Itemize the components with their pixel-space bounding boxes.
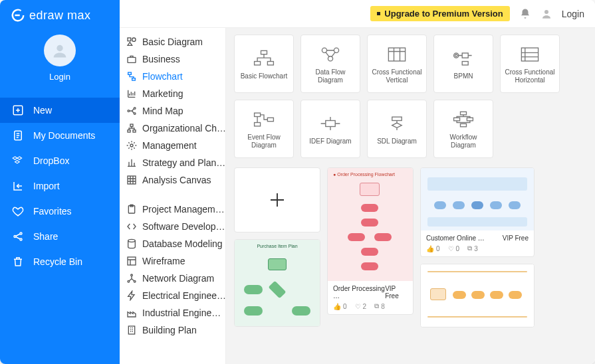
cat-label: Building Plan	[142, 325, 197, 335]
tile-cross-vertical[interactable]: Cross Functional Vertical	[367, 35, 427, 93]
template-customer-online[interactable]: Customer Online …VIP Free 👍0 ♡0 ⧉3	[420, 167, 535, 257]
cat-industrial[interactable]: Industrial Engine…	[120, 304, 225, 321]
cat-label: Industrial Engine…	[142, 308, 221, 318]
mindmap-icon	[126, 106, 137, 116]
upgrade-button[interactable]: Upgrade to Premium Version	[370, 6, 509, 21]
nav-dropbox[interactable]: DropBox	[0, 148, 120, 173]
nav-share[interactable]: Share	[0, 224, 120, 249]
grid-icon	[126, 175, 137, 185]
copies: ⧉8	[374, 302, 385, 310]
nav-recycle-bin[interactable]: Recycle Bin	[0, 249, 120, 274]
import-icon	[12, 180, 24, 192]
cat-flowchart[interactable]: Flowchart	[120, 68, 225, 85]
tile-data-flow[interactable]: Data Flow Diagram	[300, 35, 360, 93]
tile-idef[interactable]: IDEF Diagram	[300, 100, 360, 158]
right-pane: Upgrade to Premium Version Login Basic D…	[120, 0, 595, 364]
clipboard-icon	[126, 204, 137, 215]
cat-electrical[interactable]: Electrical Enginee…	[120, 287, 225, 304]
cat-building[interactable]: Building Plan	[120, 321, 225, 339]
nav-label: Share	[33, 231, 58, 242]
tile-sdl[interactable]: SDL Diagram	[367, 100, 427, 158]
svg-rect-34	[388, 48, 405, 61]
cat-network[interactable]: Network Diagram	[120, 270, 225, 287]
cat-wireframe[interactable]: Wireframe	[120, 252, 225, 270]
cat-label: Mind Map	[142, 106, 183, 116]
cat-label: Marketing	[142, 88, 183, 99]
tile-cross-horizontal[interactable]: Cross Functional Horizontal	[500, 35, 560, 93]
avatar-icon	[44, 35, 76, 66]
template-meta: Customer Online …VIP Free 👍0 ♡0 ⧉3	[421, 230, 534, 256]
nav-label: New	[33, 105, 52, 116]
tile-basic-flowchart[interactable]: Basic Flowchart	[234, 35, 294, 93]
tpl-title: Customer Online …	[426, 234, 485, 242]
shapes-icon	[126, 37, 137, 47]
copies: ⧉3	[467, 244, 478, 252]
svg-rect-40	[255, 113, 261, 116]
nav-new[interactable]: New	[0, 98, 120, 123]
nav-import[interactable]: Import	[0, 173, 120, 199]
template-order-processing[interactable]: ● Order Processing Flowchart Order Proce…	[327, 167, 414, 315]
cat-project-mgmt[interactable]: Project Managem…	[120, 201, 225, 218]
svg-point-36	[455, 54, 457, 57]
tile-label: Basic Flowchart	[241, 72, 288, 80]
tile-label: Cross Functional Horizontal	[503, 68, 556, 84]
svg-rect-47	[467, 118, 473, 121]
nav-my-documents[interactable]: My Documents	[0, 123, 120, 148]
svg-point-8	[132, 38, 136, 41]
cat-database[interactable]: Database Modeling	[120, 235, 225, 252]
tile-event-flow[interactable]: Event Flow Diagram	[234, 100, 294, 158]
nav-label: Favorites	[33, 206, 72, 217]
cat-management[interactable]: Management	[120, 137, 225, 154]
bolt-icon	[126, 290, 137, 301]
cat-orgchart[interactable]: Organizational Ch…	[120, 120, 225, 137]
svg-point-12	[128, 110, 130, 112]
new-blank-template[interactable]	[234, 167, 320, 232]
cat-label: Strategy and Plan…	[142, 157, 225, 168]
cat-mindmap[interactable]: Mind Map	[120, 102, 225, 120]
cat-label: Business	[142, 54, 180, 64]
cat-marketing[interactable]: Marketing	[120, 85, 225, 102]
tpl-tag: VIP Free	[385, 285, 408, 300]
heart-icon	[12, 205, 24, 217]
avatar-block[interactable]: Login	[0, 28, 120, 94]
nav-favorites[interactable]: Favorites	[0, 199, 120, 224]
svg-rect-10	[128, 72, 132, 74]
svg-rect-17	[133, 130, 136, 132]
tile-label: IDEF Diagram	[309, 137, 351, 145]
cat-label: Network Diagram	[142, 273, 214, 284]
svg-rect-45	[461, 112, 467, 115]
topbar-login-link[interactable]: Login	[562, 9, 584, 19]
svg-rect-11	[132, 78, 136, 80]
bell-icon[interactable]	[519, 8, 531, 20]
cat-label: Management	[142, 140, 197, 151]
svg-rect-48	[461, 124, 467, 127]
template-purchase-plan[interactable]: Purchase Item Plan	[234, 239, 320, 327]
tile-workflow[interactable]: Workflow Diagram	[433, 100, 493, 158]
user-icon[interactable]	[540, 8, 552, 20]
tile-label: Cross Functional Vertical	[370, 68, 423, 84]
cat-software[interactable]: Software Develop…	[120, 218, 225, 235]
nav-label: Recycle Bin	[33, 256, 82, 267]
svg-rect-39	[521, 48, 538, 61]
template-orange-flow[interactable]	[420, 264, 535, 327]
template-meta: Order Processing …VIP Free 👍0 ♡2 ⧉8	[328, 281, 413, 314]
svg-rect-15	[130, 124, 133, 126]
plus-square-icon	[12, 104, 24, 116]
gear-icon	[126, 140, 137, 151]
svg-point-3	[14, 236, 16, 238]
svg-rect-9	[128, 57, 136, 62]
share-icon	[12, 230, 24, 242]
cat-analysis[interactable]: Analysis Canvas	[120, 171, 225, 189]
nav-label: DropBox	[33, 155, 69, 166]
tile-label: SDL Diagram	[377, 137, 417, 145]
tile-bpmn[interactable]: BPMN	[433, 35, 493, 93]
cat-business[interactable]: Business	[120, 50, 225, 68]
svg-point-33	[328, 56, 332, 61]
cat-basic-diagram[interactable]: Basic Diagram	[120, 33, 225, 50]
svg-point-32	[334, 48, 338, 52]
brand-name: edraw max	[29, 9, 91, 23]
cat-strategy[interactable]: Strategy and Plan…	[120, 154, 225, 171]
svg-point-4	[20, 232, 22, 234]
bullet-icon	[377, 12, 380, 15]
briefcase-icon	[126, 54, 137, 64]
